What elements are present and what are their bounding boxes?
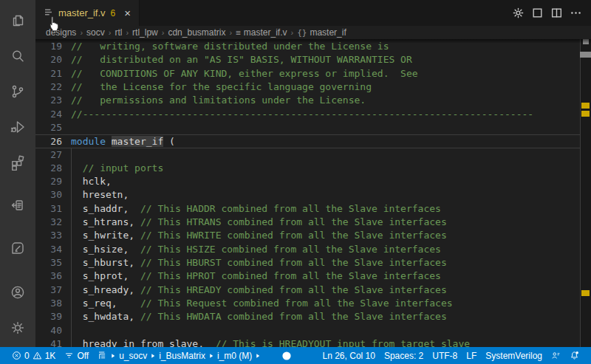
line-text xyxy=(71,148,580,162)
status-text: UTF-8 xyxy=(432,351,457,361)
code-line[interactable]: 39 s_hwdata, // This HWDATA combined fro… xyxy=(35,310,580,323)
line-text: // CONDITIONS OF ANY KIND, either expres… xyxy=(71,67,580,80)
editor-actions xyxy=(512,0,591,26)
code-line[interactable]: 31 s_haddr, // This HADDR combined from … xyxy=(35,202,580,216)
code-line[interactable]: 35 s_hburst, // This HBURST combined fro… xyxy=(35,256,580,269)
line-number: 29 xyxy=(35,175,71,188)
code-line[interactable]: 38 s_req, // This Request combined from … xyxy=(35,297,580,310)
code-line[interactable]: 19// writing, software distributed under… xyxy=(35,40,580,53)
code-line[interactable]: 22// the License for the specific langua… xyxy=(35,80,580,94)
code-line[interactable]: 29 hclk, xyxy=(35,175,580,188)
references-doc-icon[interactable] xyxy=(0,188,35,223)
filter-icon xyxy=(64,351,74,360)
code-token: s_hwrite, xyxy=(71,230,140,241)
code-line[interactable]: 34 s_hsize, // This HSIZE combined from … xyxy=(35,243,580,256)
code-line[interactable]: 40 xyxy=(35,324,580,337)
comment-token: // This HPROT combined from all the Slav… xyxy=(140,270,441,281)
line-number: 28 xyxy=(35,162,71,175)
manage-gear-icon[interactable] xyxy=(0,310,35,346)
code-line[interactable]: 37 s_hready, // This HREADY combined fro… xyxy=(35,284,580,297)
explorer-icon[interactable] xyxy=(0,3,35,38)
editor-group: master_if.v 6 × designs›socv›rtl›rtl_ xyxy=(35,0,591,347)
status-item-indentation[interactable]: Spaces: 2 xyxy=(380,347,428,364)
status-item-encoding[interactable]: UTF-8 xyxy=(428,347,462,364)
comment-token: // permissions and limitations under the… xyxy=(71,95,366,106)
line-number: 25 xyxy=(35,121,71,134)
breadcrumb-item[interactable]: socv xyxy=(86,27,105,38)
breadcrumb-item[interactable]: rtl_lpw xyxy=(132,27,158,38)
source-control-icon[interactable] xyxy=(0,74,35,109)
line-text: s_hwrite, // This HWRITE combined from a… xyxy=(71,229,580,242)
status-item-problems[interactable]: 01K xyxy=(7,347,60,364)
chevron-right-icon xyxy=(150,353,156,359)
status-item-eol[interactable]: LF xyxy=(462,347,481,364)
code-editor[interactable]: 19// writing, software distributed under… xyxy=(35,39,591,347)
line-number: 23 xyxy=(35,94,71,107)
status-text: 1K xyxy=(45,351,56,361)
breadcrumb-symbol[interactable]: {}master_if xyxy=(297,27,346,38)
search-icon[interactable] xyxy=(0,38,35,74)
comment-token: // This HWDATA combined from all the Sla… xyxy=(140,311,447,322)
run-debug-icon[interactable] xyxy=(0,109,35,145)
code-line[interactable]: 28 // input ports xyxy=(35,162,580,175)
more-actions-icon[interactable] xyxy=(570,7,582,19)
overview-ruler-scrollbar[interactable] xyxy=(580,39,591,347)
code-line[interactable]: 41 hready_in_from_slave, // This is HREA… xyxy=(35,337,580,347)
status-item-feedback[interactable] xyxy=(547,347,565,364)
code-line[interactable]: 36 s_hprot, // This HPROT combined from … xyxy=(35,269,580,283)
comment-token: // This Request combined from all the Sl… xyxy=(140,298,453,309)
line-number: 19 xyxy=(35,40,71,53)
status-item-filter-off[interactable]: Off xyxy=(60,347,93,364)
breadcrumb-file[interactable]: ≡master_if.v xyxy=(236,27,287,38)
code-line[interactable]: 27 xyxy=(35,148,580,162)
line-text: // writing, software distributed under t… xyxy=(71,40,580,53)
status-item-cursor-position[interactable]: Ln 26, Col 10 xyxy=(318,347,380,364)
code-line[interactable]: 20// distributed on an "AS IS" BASIS, WI… xyxy=(35,53,580,66)
line-number: 38 xyxy=(35,297,71,310)
code-line[interactable]: 25 xyxy=(35,121,580,134)
accounts-icon[interactable] xyxy=(0,275,35,310)
file-list-icon: ≡ xyxy=(236,28,241,38)
extensions-icon[interactable] xyxy=(0,145,35,180)
code-line[interactable]: 24//------------------------------------… xyxy=(35,108,580,121)
breadcrumb-item[interactable]: designs xyxy=(46,27,76,38)
comment-token: // This HBURST combined from all the Sla… xyxy=(140,257,447,268)
line-text: s_haddr, // This HADDR combined from all… xyxy=(71,202,580,216)
line-number: 21 xyxy=(35,67,71,80)
line-number: 20 xyxy=(35,53,71,66)
gear-icon[interactable] xyxy=(512,7,525,19)
code-line[interactable]: 23// permissions and limitations under t… xyxy=(35,94,580,107)
chevron-right-icon xyxy=(208,353,214,359)
square-layout-icon[interactable] xyxy=(531,7,544,19)
line-number: 22 xyxy=(35,80,71,94)
comment-token: // This is HREADYOUT input from target s… xyxy=(216,338,470,347)
code-line[interactable]: 32 s_htrans, // This HTRANS combined fro… xyxy=(35,216,580,229)
breadcrumb-item[interactable]: rtl xyxy=(115,27,122,38)
status-item-scope-hierarchy[interactable]: u_socvi_BusMatrixi_m0 (M) xyxy=(93,347,265,364)
status-text: LF xyxy=(466,351,476,361)
code-line[interactable]: 26module master_if ( xyxy=(35,134,580,148)
comment-token: // This HSIZE combined from all the Slav… xyxy=(140,244,441,255)
tab-master-if[interactable]: master_if.v 6 × xyxy=(35,0,140,26)
line-text: hresetn, xyxy=(71,188,580,202)
breadcrumb-item[interactable]: cdn_busmatrix xyxy=(168,27,225,38)
code-line[interactable]: 30 hresetn, xyxy=(35,188,580,202)
status-bar: 01KOffu_socvi_BusMatrixi_m0 (M) Ln 26, C… xyxy=(0,347,591,364)
status-item-language-mode[interactable]: SystemVerilog xyxy=(481,347,547,364)
error-icon xyxy=(12,351,21,360)
pencil-notes-icon[interactable] xyxy=(0,230,35,266)
code-line[interactable]: 21// CONDITIONS OF ANY KIND, either expr… xyxy=(35,67,580,80)
code-line[interactable]: 33 s_hwrite, // This HWRITE combined fro… xyxy=(35,229,580,242)
status-item-notifications[interactable] xyxy=(565,347,584,364)
status-item-tabnine-dot[interactable] xyxy=(277,347,296,364)
line-number: 32 xyxy=(35,216,71,229)
warning-icon xyxy=(33,351,42,360)
line-number: 40 xyxy=(35,324,71,337)
close-icon[interactable]: × xyxy=(124,7,131,18)
split-editor-icon[interactable] xyxy=(550,7,563,19)
line-number: 36 xyxy=(35,269,71,283)
code-token: s_req, xyxy=(71,298,140,309)
code-token: s_htrans, xyxy=(71,216,140,227)
comment-token: // This HADDR combined from all the Slav… xyxy=(140,203,441,214)
line-text: s_req, // This Request combined from all… xyxy=(71,297,580,310)
